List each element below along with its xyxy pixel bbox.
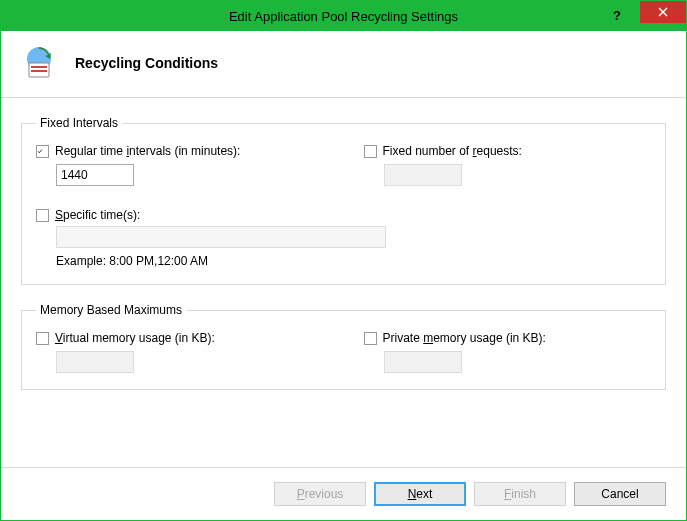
- wizard-header: Recycling Conditions: [1, 31, 686, 98]
- previous-button: Previous: [274, 482, 366, 506]
- fixed-requests-label: Fixed number of requests:: [383, 144, 522, 158]
- dialog-window: Edit Application Pool Recycling Settings…: [0, 0, 687, 521]
- body: Fixed Intervals Regular time intervals (…: [1, 98, 686, 467]
- cancel-button[interactable]: Cancel: [574, 482, 666, 506]
- specific-times-input: [56, 226, 386, 248]
- regular-intervals-input[interactable]: [56, 164, 134, 186]
- svg-rect-5: [31, 70, 47, 72]
- wizard-title: Recycling Conditions: [75, 55, 218, 71]
- regular-intervals-checkbox[interactable]: [36, 145, 49, 158]
- fixed-requests-checkbox[interactable]: [364, 145, 377, 158]
- next-button[interactable]: Next: [374, 482, 466, 506]
- virtual-memory-label: Virtual memory usage (in KB):: [55, 331, 215, 345]
- title-bar: Edit Application Pool Recycling Settings…: [1, 1, 686, 31]
- svg-rect-4: [31, 66, 47, 68]
- fixed-intervals-legend: Fixed Intervals: [36, 116, 122, 130]
- virtual-memory-option[interactable]: Virtual memory usage (in KB):: [36, 331, 324, 345]
- specific-times-example: Example: 8:00 PM,12:00 AM: [56, 254, 651, 268]
- private-memory-checkbox[interactable]: [364, 332, 377, 345]
- specific-times-label: Specific time(s):: [55, 208, 140, 222]
- recycle-icon: [21, 45, 57, 81]
- memory-maximums-group: Memory Based Maximums Virtual memory usa…: [21, 303, 666, 390]
- private-memory-label: Private memory usage (in KB):: [383, 331, 546, 345]
- regular-intervals-label: Regular time intervals (in minutes):: [55, 144, 240, 158]
- fixed-requests-input: [384, 164, 462, 186]
- virtual-memory-checkbox[interactable]: [36, 332, 49, 345]
- fixed-requests-option[interactable]: Fixed number of requests:: [364, 144, 652, 158]
- wizard-footer: Previous Next Finish Cancel: [1, 467, 686, 520]
- private-memory-option[interactable]: Private memory usage (in KB):: [364, 331, 652, 345]
- window-title: Edit Application Pool Recycling Settings: [1, 9, 686, 24]
- private-memory-input: [384, 351, 462, 373]
- finish-button: Finish: [474, 482, 566, 506]
- virtual-memory-input: [56, 351, 134, 373]
- specific-times-checkbox[interactable]: [36, 209, 49, 222]
- fixed-intervals-group: Fixed Intervals Regular time intervals (…: [21, 116, 666, 285]
- regular-intervals-option[interactable]: Regular time intervals (in minutes):: [36, 144, 324, 158]
- memory-maximums-legend: Memory Based Maximums: [36, 303, 186, 317]
- specific-times-option[interactable]: Specific time(s):: [36, 208, 651, 222]
- check-icon: [37, 146, 43, 157]
